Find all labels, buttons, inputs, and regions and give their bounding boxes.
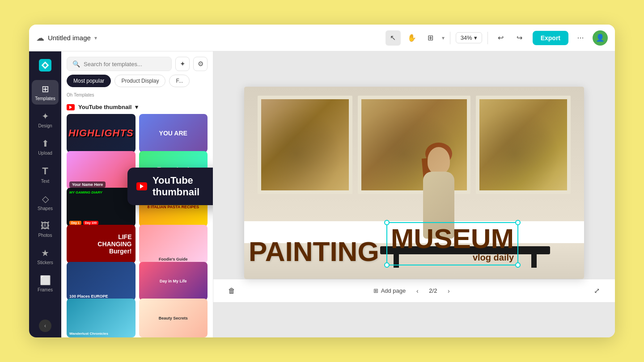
text-icon: T xyxy=(42,165,48,177)
add-page-icon: ⊞ xyxy=(373,287,378,294)
delete-button[interactable]: 🗑 xyxy=(224,283,239,299)
more-options-button[interactable]: ··· xyxy=(573,30,588,46)
photos-icon: 🖼 xyxy=(41,221,50,231)
sidebar-item-shapes[interactable]: ◇ Shapes xyxy=(32,190,59,215)
template-card-faces[interactable]: Your Name Here xyxy=(67,151,136,189)
add-page-label: Add page xyxy=(381,287,406,294)
museum-text-box[interactable]: MUSEUM vlog daily xyxy=(386,222,519,265)
you-are-text: YOU ARE xyxy=(159,130,187,137)
hand-tool-button[interactable]: ✋ xyxy=(404,30,419,46)
next-page-button[interactable]: › xyxy=(442,285,455,297)
sidebar-item-templates[interactable]: ⊞ Templates xyxy=(32,80,59,105)
handle-tr xyxy=(515,220,521,225)
main-area: ⊞ Templates ✦ Design ⬆ Upload T Text ◇ S… xyxy=(29,51,615,337)
highlights-text: HIGHLIGHTS xyxy=(68,127,134,139)
sidebar-bottom: ‹ xyxy=(39,320,51,332)
templates-grid: HIGHLIGHTS YOU ARE Your Name Here Reacti… xyxy=(61,114,213,337)
day1-badge: Day 1 xyxy=(69,221,81,225)
painting-left xyxy=(258,96,352,194)
sidebar-item-templates-label: Templates xyxy=(35,96,55,101)
handle-bl xyxy=(384,262,390,268)
dayinlife-text: Day in My Life xyxy=(160,279,187,283)
template-card-europe[interactable]: 100 Places EUROPE xyxy=(67,262,136,300)
redo-button[interactable]: ↪ xyxy=(512,30,527,46)
bottom-center-nav: ⊞ Add page ‹ 2/2 › xyxy=(373,285,455,297)
export-button[interactable]: Export xyxy=(533,31,568,45)
undo-button[interactable]: ↩ xyxy=(493,30,508,46)
youtube-icon xyxy=(67,104,75,110)
stickers-icon: ★ xyxy=(41,248,49,258)
user-avatar[interactable]: 👤 xyxy=(593,30,608,46)
template-card-highlights[interactable]: HIGHLIGHTS xyxy=(67,114,136,152)
header-tools: ↖ ✋ ⊞ ▾ 34% ▾ ↩ ↪ xyxy=(386,30,527,46)
museum-text-content: MUSEUM vlog daily xyxy=(391,225,514,263)
sidebar-item-photos-label: Photos xyxy=(38,233,52,238)
cursor-tool-button[interactable]: ↖ xyxy=(386,30,401,46)
filter-button[interactable]: ⚙ xyxy=(193,57,208,71)
template-card-wanderlust[interactable]: Wanderlust Chronicles xyxy=(67,299,136,337)
filter-tab-most-popular[interactable]: Most popular xyxy=(67,75,111,87)
canvas-frame[interactable]: PAINTING MUSEUM vlog daily xyxy=(244,87,584,279)
design-icon: ✦ xyxy=(42,111,49,122)
category-chevron-icon: ▾ xyxy=(135,104,138,110)
sidebar-item-design[interactable]: ✦ Design xyxy=(32,107,59,132)
sidebar-item-text[interactable]: T Text xyxy=(32,162,59,187)
template-card-gaming[interactable]: MY GAMING DIARY Day 1 Day 100 xyxy=(67,188,136,226)
burger-text: LIFECHANGINGBurger! xyxy=(97,233,131,255)
title-chevron-icon: ▾ xyxy=(94,35,97,41)
search-input[interactable] xyxy=(84,61,166,67)
filter-tab-more[interactable]: F... xyxy=(169,75,190,87)
template-card-you-are[interactable]: YOU ARE xyxy=(139,114,208,152)
template-card-dayinlife[interactable]: Day in My Life xyxy=(139,262,208,300)
gaming-days: Day 1 Day 100 xyxy=(69,221,98,225)
bottom-right-tools: ⤢ xyxy=(589,283,604,299)
sidebar-item-stickers[interactable]: ★ Stickers xyxy=(32,244,59,269)
sidebar-collapse-button[interactable]: ‹ xyxy=(39,320,51,332)
ai-search-button[interactable]: ✦ xyxy=(175,57,190,71)
fullscreen-button[interactable]: ⤢ xyxy=(589,283,604,299)
header: ☁ Untitled image ▾ ↖ ✋ ⊞ ▾ 34% ▾ ↩ ↪ Exp… xyxy=(29,25,615,51)
sidebar-item-photos[interactable]: 🖼 Photos xyxy=(32,217,59,241)
text-overlay: PAINTING MUSEUM vlog daily xyxy=(249,222,580,265)
header-divider-2 xyxy=(487,32,488,44)
app-logo xyxy=(37,57,54,74)
grid-chevron-icon: ▾ xyxy=(442,35,445,41)
sidebar-item-upload-label: Upload xyxy=(38,151,52,156)
faces-label: Your Name Here xyxy=(69,181,106,188)
app-window: ☁ Untitled image ▾ ↖ ✋ ⊞ ▾ 34% ▾ ↩ ↪ Exp… xyxy=(29,25,615,337)
oh-templates-label: Oh Templates xyxy=(61,92,213,98)
painting-right-inner xyxy=(479,99,567,190)
add-page-button[interactable]: ⊞ Add page xyxy=(373,287,406,294)
painting-text: PAINTING xyxy=(249,238,379,265)
wanderlust-text: Wanderlust Chronicles xyxy=(67,330,111,337)
sidebar-item-shapes-label: Shapes xyxy=(38,206,53,211)
sidebar-dark: ⊞ Templates ✦ Design ⬆ Upload T Text ◇ S… xyxy=(29,51,61,337)
tooltip-text: YouTube thumbnail xyxy=(153,175,213,198)
gaming-text: MY GAMING DIARY xyxy=(69,190,102,194)
templates-search-area: 🔍 ✦ ⚙ xyxy=(61,51,213,75)
sidebar-item-upload[interactable]: ⬆ Upload xyxy=(32,135,59,159)
template-card-beauty[interactable]: Beauty Secrets xyxy=(139,299,208,337)
header-title-area: ☁ Untitled image ▾ xyxy=(36,33,380,43)
template-card-foodie[interactable]: Foodie's Guide xyxy=(139,225,208,263)
vlog-text: vlog daily xyxy=(391,253,514,263)
filter-tabs: Most popular Product Display F... xyxy=(61,75,213,92)
canvas-bottom-bar: 🗑 ⊞ Add page ‹ 2/2 › ⤢ xyxy=(213,279,615,302)
painting-left-inner xyxy=(261,99,349,190)
sidebar-item-frames[interactable]: ⬜ Frames xyxy=(32,271,59,296)
zoom-selector[interactable]: 34% ▾ xyxy=(456,32,482,43)
sidebar-item-design-label: Design xyxy=(38,123,52,128)
category-header-youtube[interactable]: YouTube thumbnail ▾ xyxy=(61,100,213,114)
search-box[interactable]: 🔍 xyxy=(67,57,172,71)
youtube-thumbnail-tooltip[interactable]: YouTube thumbnail ▾ xyxy=(127,168,213,205)
filter-tab-product-display[interactable]: Product Display xyxy=(114,75,165,87)
category-label: YouTube thumbnail xyxy=(78,104,131,110)
bottom-left-tools: 🗑 xyxy=(224,283,239,299)
sidebar-item-frames-label: Frames xyxy=(38,287,53,292)
tooltip-youtube-icon xyxy=(136,182,147,190)
grid-tool-button[interactable]: ⊞ xyxy=(423,30,438,46)
template-card-burger[interactable]: LIFECHANGINGBurger! xyxy=(67,225,136,263)
prev-page-button[interactable]: ‹ xyxy=(411,285,424,297)
header-divider xyxy=(450,32,450,44)
beauty-text: Beauty Secrets xyxy=(159,316,188,320)
